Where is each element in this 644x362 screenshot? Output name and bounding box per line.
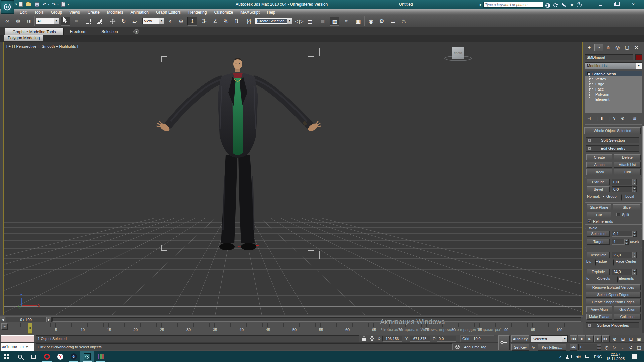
pan-view-icon[interactable]: ▷: [611, 344, 619, 351]
rendered-frame-window-icon[interactable]: ▭: [388, 17, 398, 26]
menu-animation[interactable]: Animation: [127, 10, 152, 15]
quick-access-dropdown[interactable]: ▾: [67, 1, 70, 7]
panel-scrollbar[interactable]: [642, 126, 644, 333]
display-tab[interactable]: ▢: [623, 44, 631, 51]
touch-keyboard-icon[interactable]: [583, 351, 592, 362]
show-end-result-icon[interactable]: ▮: [598, 115, 605, 121]
select-by-name-icon[interactable]: ≡: [72, 17, 81, 26]
taskbar-steam[interactable]: ⊙: [67, 351, 80, 362]
turn-button[interactable]: Turn: [614, 169, 641, 175]
explode-button[interactable]: Explode: [587, 269, 610, 275]
perspective-viewport[interactable]: [ + ] [ Perspective ] [ Smooth + Highlig…: [3, 42, 583, 315]
track-bar-playhead[interactable]: 0: [28, 323, 32, 334]
left-dock-strip[interactable]: [0, 42, 3, 315]
tray-chevron-icon[interactable]: ∧: [556, 351, 565, 362]
unlink-selection-icon[interactable]: ⊗: [13, 17, 23, 26]
menu-views[interactable]: Views: [66, 10, 84, 15]
motion-tab[interactable]: ◎: [613, 44, 622, 51]
soft-selection-rollout-header[interactable]: +Soft Selection: [586, 137, 639, 143]
menu-edit[interactable]: Edit: [16, 10, 31, 15]
reference-coordinate-system-dropdown[interactable]: View▼: [142, 18, 164, 24]
character-model[interactable]: [156, 58, 321, 250]
zoom-extents-icon[interactable]: ⊡: [627, 336, 635, 342]
menu-rendering[interactable]: Rendering: [184, 10, 210, 15]
menu-maxscript[interactable]: MAXScript: [237, 10, 263, 15]
slice-plane-button[interactable]: Slice Plane: [587, 204, 611, 210]
auto-key-button[interactable]: Auto Key: [511, 335, 529, 342]
start-button[interactable]: [0, 351, 13, 362]
refine-ends-checkbox[interactable]: ✓: [588, 219, 591, 223]
snaps-toggle-icon[interactable]: 3∩: [200, 17, 209, 26]
stack-item-element[interactable]: Element: [585, 97, 642, 102]
weld-target-button[interactable]: Target: [587, 239, 610, 245]
menu-create[interactable]: Create: [84, 10, 103, 15]
add-time-tag[interactable]: Add Time Tag: [462, 343, 494, 350]
rectangular-selection-region-icon[interactable]: [83, 17, 93, 26]
create-button[interactable]: Create: [586, 154, 612, 160]
grid-align-button[interactable]: Grid Align: [614, 306, 641, 312]
collapse-button[interactable]: Collapse: [614, 314, 641, 320]
communication-center-icon[interactable]: [560, 2, 567, 8]
frame-spinner[interactable]: ▲▼: [597, 344, 601, 350]
attach-list-button[interactable]: Attach List: [614, 162, 641, 168]
key-mode-dropdown[interactable]: Selected▼: [531, 335, 568, 342]
polygon-modeling-panel-tab[interactable]: Polygon Modeling: [4, 35, 43, 41]
save-file-button[interactable]: [34, 1, 40, 7]
bevel-value-field[interactable]: 0,0: [612, 186, 633, 192]
to-objects-radio[interactable]: [596, 276, 596, 283]
frame-counter[interactable]: 0 / 100: [6, 317, 46, 322]
taskbar-search-button[interactable]: [13, 351, 27, 362]
by-face-center-radio[interactable]: [613, 259, 614, 266]
redo-button[interactable]: ↷: [51, 1, 57, 7]
time-configuration-icon[interactable]: ◷: [603, 344, 610, 351]
select-and-move-icon[interactable]: [108, 17, 117, 26]
configure-modifier-sets-icon[interactable]: ▦: [631, 115, 638, 121]
weld-target-value-field[interactable]: 4: [612, 239, 625, 245]
maximize-viewport-toggle-icon[interactable]: ◱: [635, 344, 643, 351]
window-crossing-toggle-icon[interactable]: [94, 17, 104, 26]
ribbon-minimize-dropdown-icon[interactable]: ▼: [133, 29, 139, 34]
next-frame-button[interactable]: |▶: [594, 335, 602, 342]
remove-isolated-vertices-button[interactable]: Remove Isolated Vertices: [586, 284, 641, 290]
keyboard-shortcut-override-icon[interactable]: ↥: [187, 17, 197, 26]
maxscript-mini-listener[interactable]: [1, 335, 34, 342]
weld-target-spinner[interactable]: ▲▼: [625, 239, 629, 245]
modifier-list-dropdown[interactable]: Modifier List▼: [585, 62, 642, 69]
tessellate-value-field[interactable]: 25,0: [612, 252, 633, 258]
use-pivot-point-icon[interactable]: ⌖: [166, 17, 175, 26]
zoom-extents-all-icon[interactable]: ▣: [635, 336, 643, 342]
split-checkbox[interactable]: [616, 213, 620, 216]
utilities-tab[interactable]: ⚒: [632, 44, 641, 51]
undo-dropdown[interactable]: ▾: [47, 1, 50, 7]
select-and-scale-icon[interactable]: ▱: [130, 17, 140, 26]
pan-hand-icon[interactable]: ↔: [619, 344, 627, 351]
slice-button[interactable]: Slice: [613, 204, 640, 210]
taskbar-3dsmax-active[interactable]: [80, 351, 94, 362]
menu-modifiers[interactable]: Modifiers: [103, 10, 127, 15]
ribbon-panel-grip[interactable]: [1, 36, 2, 40]
schematic-view-icon[interactable]: ▣: [354, 17, 363, 26]
selection-level-display[interactable]: Whole Object Selected: [584, 127, 641, 134]
viewcube-ring[interactable]: [444, 56, 472, 61]
menu-help[interactable]: Help: [263, 10, 279, 15]
bind-to-space-warp-icon[interactable]: ≋: [24, 17, 34, 26]
open-mini-curve-editor-button[interactable]: ≈: [1, 323, 8, 330]
key-filters-button[interactable]: Key Filters...: [538, 344, 566, 351]
orbit-icon[interactable]: ↺: [627, 344, 635, 351]
subscription-key-icon[interactable]: [552, 2, 559, 8]
create-tab[interactable]: +: [585, 44, 594, 51]
minimize-button[interactable]: [593, 0, 608, 9]
select-open-edges-button[interactable]: Select Open Edges: [586, 292, 641, 298]
go-to-end-button[interactable]: ▶▶|: [602, 335, 610, 342]
view-align-button[interactable]: View Align: [586, 306, 612, 312]
previous-frame-arrow[interactable]: ◀: [0, 317, 5, 322]
attach-button[interactable]: Attach: [586, 162, 612, 168]
weld-selected-value-field[interactable]: 0,1: [612, 231, 633, 237]
mirror-icon[interactable]: ◁▷: [294, 17, 304, 26]
make-unique-icon[interactable]: ∨: [611, 115, 618, 121]
curve-editor-icon[interactable]: ≈: [342, 17, 352, 26]
current-frame-field[interactable]: 0: [578, 344, 597, 350]
delete-button[interactable]: Delete: [614, 154, 641, 160]
object-color-swatch[interactable]: [635, 54, 642, 60]
to-elements-radio[interactable]: [617, 276, 618, 283]
